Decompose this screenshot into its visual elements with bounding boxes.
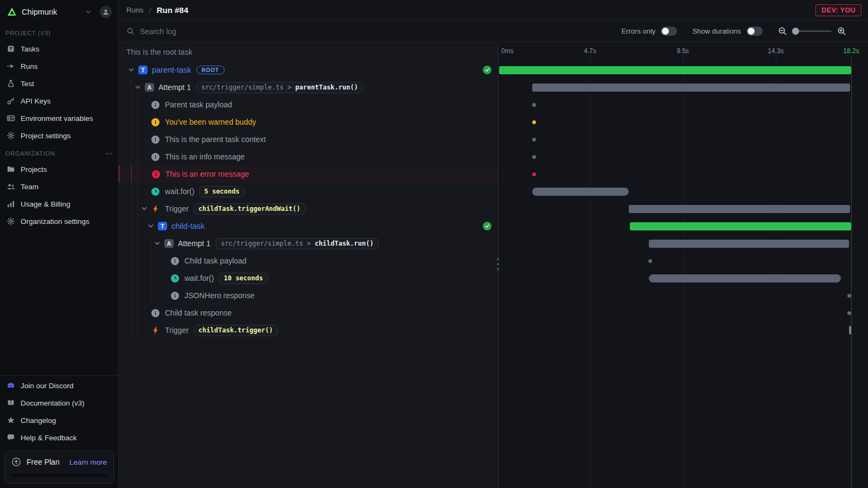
trace-row-jsonhero-response[interactable]: JSONHero response: [119, 287, 498, 304]
trace-row-attempt-1-childtask-run[interactable]: AAttempt 1src/trigger/simple.ts > childT…: [119, 235, 498, 252]
sidebar-item-environment-variables[interactable]: Environment variables: [0, 110, 118, 127]
sidebar-item-test[interactable]: Test: [0, 75, 118, 92]
sidebar-item-api-keys[interactable]: API Keys: [0, 92, 118, 110]
sidebar-item-join-our-discord[interactable]: Join our Discord: [0, 377, 118, 394]
timeline-span-bar[interactable]: [630, 222, 851, 230]
user-avatar[interactable]: [100, 6, 112, 18]
timeline-span-bar[interactable]: [499, 66, 851, 74]
wait-label: wait.for(): [184, 274, 214, 282]
sidebar-item-label: Environment variables: [21, 114, 93, 123]
expand-chevron-icon[interactable]: [154, 240, 161, 247]
errors-only-toggle[interactable]: [661, 27, 677, 36]
timeline-row: [499, 252, 868, 269]
gear-icon: [7, 131, 15, 140]
timeline-span-bar[interactable]: [629, 205, 850, 213]
sidebar-item-documentation-v3[interactable]: Documentation (v3): [0, 394, 118, 412]
timeline-tick-label: 18.2s: [843, 47, 859, 55]
timeline-span-bar[interactable]: [649, 240, 850, 248]
log-message: This is an error message: [165, 170, 249, 178]
timeline-tick-label: 0ms: [501, 47, 514, 55]
source-path-chip: src/trigger/simple.ts > parentTask.run(): [196, 82, 363, 93]
sidebar-item-team[interactable]: Team: [0, 178, 118, 195]
duration-chip: 10 seconds: [219, 273, 267, 284]
trace-row-wait-for-10-seconds[interactable]: wait.for()10 seconds: [119, 269, 498, 287]
sidebar-item-tasks[interactable]: Tasks: [0, 40, 118, 57]
timeline-span-bar[interactable]: [649, 274, 841, 282]
expand-chevron-icon[interactable]: [134, 84, 142, 91]
sidebar-item-help-feedback[interactable]: Help & Feedback: [0, 429, 118, 446]
timeline-tick-mark: [683, 55, 684, 60]
timeline-event-dot[interactable]: [648, 259, 652, 263]
timeline-row: [499, 217, 868, 235]
trace-row-this-is-the-parent-task-context[interactable]: This is the parent task context: [119, 131, 498, 148]
zoom-in-icon[interactable]: [837, 27, 846, 36]
sidebar-item-runs[interactable]: Runs: [0, 57, 118, 75]
root-task-description: This is the root task: [126, 48, 192, 56]
attempt-label: Attempt 1: [158, 83, 191, 92]
expand-chevron-icon[interactable]: [141, 205, 148, 213]
trace-row-trigger-childtask-trigger[interactable]: TriggerchildTask.trigger(): [119, 322, 498, 339]
environment-badge[interactable]: DEV: YOU: [815, 4, 861, 16]
task-badge: T: [138, 66, 148, 74]
trace-row-this-is-an-info-message[interactable]: This is an info message: [119, 148, 498, 165]
learn-more-link[interactable]: Learn more: [69, 458, 107, 466]
timeline-span-bar[interactable]: [532, 188, 629, 196]
attempt-badge: A: [164, 239, 174, 248]
breadcrumb-section[interactable]: Runs: [126, 6, 144, 14]
workspace-switcher[interactable]: Chipmunk: [0, 0, 118, 24]
show-durations-toggle[interactable]: [746, 27, 763, 36]
gear-icon: [7, 217, 15, 226]
trace-row-attempt-1-parenttask-run[interactable]: AAttempt 1src/trigger/simple.ts > parent…: [119, 79, 498, 96]
sidebar-footer: Join our DiscordDocumentation (v3)Change…: [0, 375, 118, 488]
info-icon: [151, 118, 159, 126]
runs-icon: [7, 62, 15, 70]
timeline-event-dot[interactable]: [532, 120, 536, 124]
sidebar-item-project-settings[interactable]: Project settings: [0, 127, 118, 144]
timeline-event-dot[interactable]: [847, 311, 851, 315]
sidebar-item-label: Changelog: [21, 416, 56, 425]
timeline-row: [499, 96, 868, 113]
page-title: Run #84: [157, 5, 188, 15]
chat-icon: [7, 433, 15, 442]
task-name: parent-task: [152, 66, 192, 74]
sidebar-item-organization-settings[interactable]: Organization settings: [0, 213, 118, 230]
log-message: This is the parent task context: [165, 135, 266, 144]
zoom-out-icon[interactable]: [778, 27, 787, 36]
chevron-down-icon[interactable]: [85, 8, 92, 16]
trace-row-child-task-payload[interactable]: Child task payload: [119, 252, 498, 269]
trace-row-this-is-an-error-message[interactable]: This is an error message: [119, 165, 498, 183]
main-area: Runs / Run #84 DEV: YOU Errors only Show…: [119, 0, 868, 488]
timeline-instant-tick[interactable]: [849, 326, 851, 335]
trace-row-child-task[interactable]: Tchild-task: [119, 217, 498, 235]
star-icon: [7, 416, 15, 425]
app-window: Chipmunk PROJECT (V3)TasksRunsTestAPI Ke…: [0, 0, 868, 488]
search-input[interactable]: [139, 27, 302, 36]
log-message: This is an info message: [165, 152, 245, 161]
timeline-event-dot[interactable]: [532, 155, 536, 159]
trace-row-trigger-childtask-triggerandwait[interactable]: TriggerchildTask.triggerAndWait(): [119, 200, 498, 217]
timeline-event-dot[interactable]: [532, 103, 536, 107]
organization-menu-icon[interactable]: [105, 150, 113, 158]
timeline-event-dot[interactable]: [847, 294, 851, 298]
timeline-tick-mark: [776, 55, 776, 60]
timeline-row: [499, 148, 868, 165]
workspace-name: Chipmunk: [22, 8, 57, 16]
expand-chevron-icon[interactable]: [147, 222, 155, 230]
expand-chevron-icon[interactable]: [127, 66, 135, 74]
trace-row-parent-task-payload[interactable]: Parent task payload: [119, 96, 498, 113]
panel-resize-handle[interactable]: [497, 258, 499, 270]
breadcrumb-separator: /: [148, 5, 152, 15]
trace-row-parent-task[interactable]: Tparent-taskROOT: [119, 61, 498, 79]
timeline-event-dot[interactable]: [532, 172, 536, 176]
sidebar-item-projects[interactable]: Projects: [0, 160, 118, 178]
trace-row-you-ve-been-warned-buddy[interactable]: You've been warned buddy: [119, 113, 498, 131]
timeline-zoom-slider[interactable]: [793, 30, 832, 32]
trace-row-child-task-response[interactable]: Child task response: [119, 304, 498, 322]
info-icon: [151, 309, 159, 317]
timeline-event-dot[interactable]: [532, 138, 536, 142]
timeline-span-bar[interactable]: [532, 84, 851, 92]
info-icon: [171, 292, 179, 300]
trace-row-wait-for-5-seconds[interactable]: wait.for()5 seconds: [119, 183, 498, 200]
sidebar-item-usage-billing[interactable]: Usage & Billing: [0, 195, 118, 213]
sidebar-item-changelog[interactable]: Changelog: [0, 412, 118, 429]
